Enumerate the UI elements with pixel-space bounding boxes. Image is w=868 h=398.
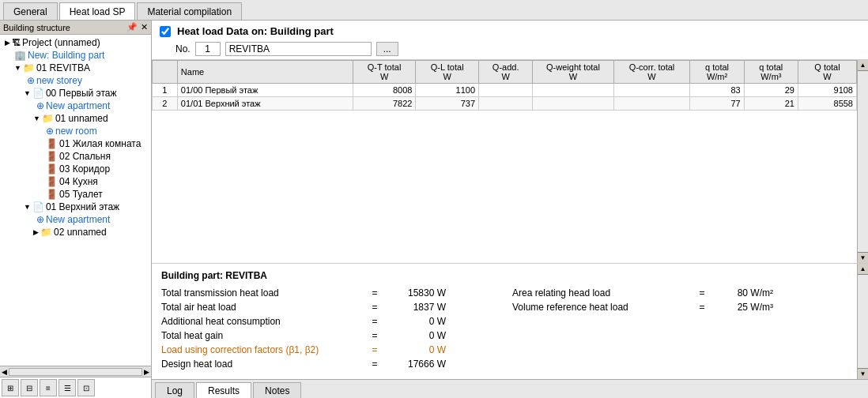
col-header-name: Name — [177, 61, 353, 84]
footer-btn-1[interactable]: ⊞ — [2, 379, 19, 396]
folder-icon: 📁 — [42, 113, 54, 124]
info-eq-3: = — [367, 316, 383, 327]
tab-heatload[interactable]: Heat load SP — [59, 2, 136, 20]
tree-item-floor01[interactable]: ▼ 📄 01 Верхний этаж — [0, 201, 151, 213]
table-row[interactable]: 1 01/00 Первый этаж 8008 1100 83 29 9108 — [153, 84, 857, 97]
footer-btn-3[interactable]: ≡ — [40, 379, 57, 396]
tree-label: New apartment — [46, 214, 110, 225]
expand-icon: ▼ — [24, 203, 31, 211]
footer-btn-5[interactable]: ⊡ — [77, 379, 95, 396]
room-icon: 🚪 — [46, 138, 58, 149]
tab-material[interactable]: Material compilation — [137, 2, 242, 20]
tree-item-room05[interactable]: 🚪 05 Туалет — [0, 188, 151, 201]
tree-item-revitba[interactable]: ▼ 📁 01 REVITBA — [0, 62, 151, 74]
pin-icon[interactable]: 📌 — [126, 22, 138, 32]
tree-item-new-apt1[interactable]: ⊕ New apartment — [0, 100, 151, 112]
tree-label: 00 Первый этаж — [46, 88, 117, 99]
heat-data-checkbox[interactable] — [160, 26, 171, 37]
tab-log[interactable]: Log — [155, 382, 194, 398]
close-icon[interactable]: ✕ — [141, 22, 148, 32]
info-val-3: 0 W — [383, 316, 446, 327]
info-row-5: Load using correction factors (β1, β2) =… — [161, 344, 496, 355]
table-scroll[interactable]: Name Q-T totalW Q-L totalW Q-add.W Q-wei… — [152, 60, 857, 263]
tree-item-floor00[interactable]: ▼ 📄 00 Первый этаж — [0, 87, 151, 100]
floor-icon: 📄 — [32, 88, 44, 99]
tree-label: 01 Жилая комната — [59, 138, 141, 149]
bottom-panel-inner: Building part: REVITBA Total transmissio… — [152, 264, 857, 379]
tree-label: 03 Коридор — [59, 163, 110, 175]
name-input[interactable] — [225, 42, 372, 56]
scroll-up-bottom[interactable]: ▲ — [858, 264, 869, 275]
scroll-down-bottom[interactable]: ▼ — [858, 368, 869, 379]
table-row[interactable]: 2 01/01 Верхний этаж 7822 737 77 21 8558 — [153, 97, 857, 111]
tree-item-unnamed02[interactable]: ▶ 📁 02 unnamed — [0, 226, 151, 238]
info-eq-5: = — [367, 344, 383, 355]
tree-item-new-building[interactable]: 🏢 New: Building part — [0, 49, 151, 62]
tree-item-new-room[interactable]: ⊕ new room — [0, 125, 151, 137]
info-eq-1: = — [367, 287, 383, 298]
table-area: Name Q-T totalW Q-L totalW Q-add.W Q-wei… — [152, 60, 868, 263]
info-label-4: Total heat gain — [161, 330, 367, 341]
bottom-right-col: Area relating head load = 80 W/m² Volume… — [512, 287, 847, 373]
info-eq-4: = — [367, 330, 383, 341]
right-scrollbar[interactable]: ▲ ▼ — [857, 60, 868, 263]
tree: ▶ 🏗 Project (unnamed) 🏢 New: Building pa… — [0, 35, 151, 366]
footer-btn-2[interactable]: ⊟ — [21, 379, 38, 396]
tree-label: New: Building part — [28, 50, 104, 61]
tree-item-room02[interactable]: 🚪 02 Спальня — [0, 150, 151, 163]
tree-item-new-apt2[interactable]: ⊕ New apartment — [0, 213, 151, 226]
right-panel: Heat load Data on: Building part No. ... — [152, 21, 868, 398]
tab-results[interactable]: Results — [196, 382, 251, 398]
building-icon: 🏢 — [14, 50, 26, 61]
heat-data-header-area: Heat load Data on: Building part No. ... — [152, 21, 868, 60]
scroll-left-icon[interactable]: ◀ — [0, 368, 9, 376]
ellipsis-button[interactable]: ... — [376, 42, 398, 56]
tree-item-room04[interactable]: 🚪 04 Кухня — [0, 175, 151, 188]
tree-label: 01 Верхний этаж — [46, 201, 119, 212]
footer-btn-4[interactable]: ☰ — [58, 379, 76, 396]
add-icon: ⊕ — [36, 214, 44, 225]
info-row-4: Total heat gain = 0 W — [161, 330, 496, 341]
add-icon: ⊕ — [36, 100, 44, 111]
info-val-design: 17666 W — [383, 359, 446, 370]
bottom-tab-bar: Log Results Notes — [152, 379, 868, 398]
top-tab-bar: General Heat load SP Material compilatio… — [0, 0, 868, 21]
tree-item-new-storey[interactable]: ⊕ new storey — [0, 74, 151, 87]
bottom-right-scrollbar[interactable]: ▲ ▼ — [857, 264, 868, 379]
info-row-r2: Volume reference heat load = 25 W/m³ — [512, 302, 847, 313]
info-label-2: Total air heat load — [161, 302, 367, 313]
info-val-r1: 80 W/m² — [710, 287, 773, 298]
tree-label: 01 REVITBA — [36, 62, 90, 73]
col-header-copy — [153, 61, 178, 84]
info-label-3: Additional heat consumption — [161, 316, 367, 327]
data-table: Name Q-T totalW Q-L totalW Q-add.W Q-wei… — [152, 60, 857, 111]
info-val-2: 1837 W — [383, 302, 446, 313]
scroll-right-icon[interactable]: ▶ — [142, 368, 151, 376]
scroll-down-icon[interactable]: ▼ — [858, 252, 869, 263]
left-panel-footer: ⊞ ⊟ ≡ ☰ ⊡ — [0, 377, 151, 398]
no-input[interactable] — [195, 42, 221, 56]
left-scrollbar[interactable]: ◀ ▶ — [0, 366, 151, 377]
info-label-5: Load using correction factors (β1, β2) — [161, 344, 367, 355]
col-header-ql: Q-L totalW — [416, 61, 479, 84]
tab-general[interactable]: General — [3, 2, 58, 20]
tree-item-unnamed01[interactable]: ▼ 📁 01 unnamed — [0, 112, 151, 125]
info-label-r2: Volume reference heat load — [512, 302, 694, 313]
tree-item-room01[interactable]: 🚪 01 Жилая комната — [0, 137, 151, 150]
tree-label: 02 unnamed — [54, 227, 107, 238]
project-icon: 🏗 — [12, 38, 21, 47]
add-icon: ⊕ — [27, 75, 35, 86]
tree-item-room03[interactable]: 🚪 03 Коридор — [0, 163, 151, 175]
bottom-info-panel: Building part: REVITBA Total transmissio… — [152, 263, 868, 398]
info-row-design: Design heat load = 17666 W — [161, 359, 496, 370]
tree-label: Project (unnamed) — [22, 37, 100, 48]
scroll-up-icon[interactable]: ▲ — [858, 60, 869, 71]
add-icon: ⊕ — [46, 126, 54, 137]
col-header-qtot: Q totalW — [798, 61, 856, 84]
floor-icon: 📄 — [32, 201, 44, 212]
room-icon: 🚪 — [46, 151, 58, 162]
tree-item-project[interactable]: ▶ 🏗 Project (unnamed) — [0, 36, 151, 49]
no-label: No. — [175, 43, 191, 54]
tab-notes[interactable]: Notes — [253, 382, 301, 398]
info-row-r1: Area relating head load = 80 W/m² — [512, 287, 847, 298]
